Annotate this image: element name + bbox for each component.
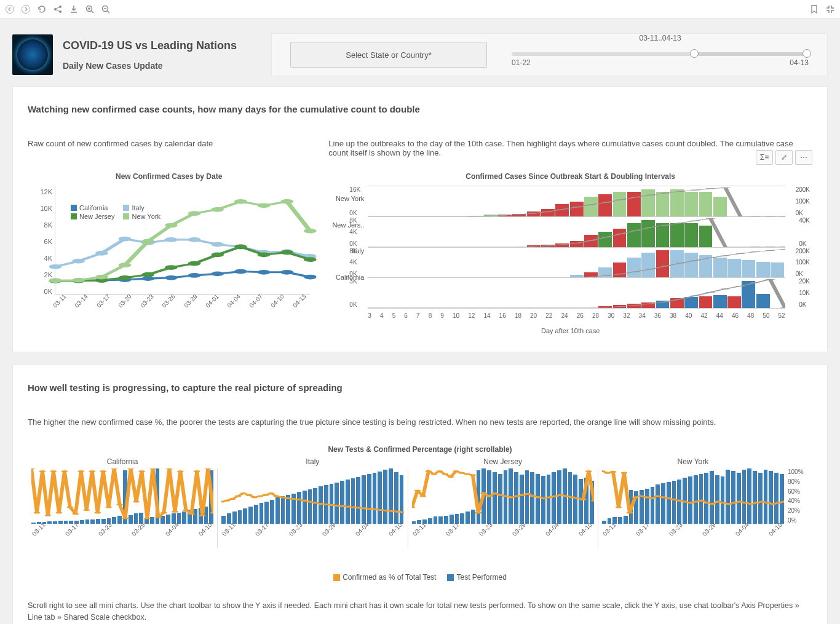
svg-point-128 [72, 513, 79, 515]
svg-point-162 [263, 494, 269, 496]
svg-point-69 [676, 191, 686, 192]
svg-point-100 [691, 260, 700, 261]
svg-point-232 [654, 495, 660, 497]
svg-point-193 [436, 470, 443, 472]
svg-point-66 [631, 197, 641, 197]
chart2-xlabel: Day after 10th case [328, 327, 812, 334]
svg-point-50 [211, 207, 224, 212]
back-icon[interactable] [5, 4, 15, 14]
svg-point-101 [706, 257, 716, 258]
svg-point-46 [119, 263, 132, 267]
svg-point-133 [100, 470, 106, 472]
svg-point-95 [616, 273, 626, 274]
svg-point-227 [626, 511, 633, 513]
svg-point-79 [572, 243, 582, 243]
svg-point-62 [572, 207, 582, 207]
date-slider[interactable]: 03-11..04-13 01-22 04-13 [512, 42, 809, 67]
svg-point-53 [280, 199, 293, 204]
chart2-toolbar: Σ≡ ⤢ ⋯ [756, 150, 812, 165]
svg-point-219 [579, 499, 586, 500]
svg-point-19 [49, 264, 62, 269]
collapse-icon[interactable] [825, 4, 835, 14]
svg-point-235 [670, 499, 677, 500]
svg-point-228 [632, 496, 638, 498]
slider-knob-start[interactable] [690, 49, 699, 58]
chart-expand-icon[interactable]: ⤢ [775, 150, 793, 165]
svg-point-38 [211, 253, 224, 258]
page-scroll[interactable]: COVID-19 US vs Leading Nations Daily New… [0, 18, 840, 624]
svg-point-110 [646, 304, 656, 304]
svg-point-191 [425, 470, 432, 472]
download-icon[interactable] [69, 4, 79, 14]
svg-point-209 [525, 493, 531, 495]
zoom-in-icon[interactable] [85, 4, 95, 14]
svg-point-94 [601, 275, 611, 275]
svg-point-52 [258, 203, 271, 208]
svg-point-124 [50, 470, 57, 472]
svg-point-188 [412, 506, 415, 508]
chart-doubling-panels[interactable]: New YorkNew Jers..ItalyCalifornia 16K0K2… [328, 186, 812, 309]
svg-point-218 [574, 497, 580, 499]
svg-point-105 [766, 250, 775, 250]
chart1-yticks: 12K10K8K6K4K2K0K [28, 186, 55, 309]
svg-point-220 [585, 470, 592, 472]
svg-point-152 [205, 468, 212, 470]
svg-point-99 [676, 263, 686, 263]
svg-point-123 [45, 515, 52, 516]
svg-point-214 [552, 495, 559, 497]
svg-point-225 [615, 506, 622, 508]
svg-point-243 [715, 500, 721, 502]
svg-point-12 [165, 275, 178, 280]
svg-point-200 [475, 511, 481, 513]
chart-test-minis[interactable]: California03-1103-1703-2303-2904-0404-10… [28, 468, 812, 548]
chart1-xticks: 03-1103-1403-1703-2003-2303-2603-2904-01… [55, 295, 310, 309]
svg-point-161 [257, 495, 264, 497]
svg-point-122 [39, 470, 46, 472]
chart-more-icon[interactable]: ⋯ [795, 150, 812, 165]
page-title: COVID-19 US vs Leading Nations [63, 39, 237, 52]
section-doubling: Watching new confirmed case counts, how … [12, 86, 828, 352]
slider-knob-end[interactable] [802, 49, 811, 58]
chart-sum-icon[interactable]: Σ≡ [756, 150, 773, 165]
zoom-out-icon[interactable] [101, 4, 111, 14]
svg-point-131 [89, 470, 95, 472]
svg-point-61 [557, 209, 566, 210]
chart2-caption: Line up the outbreaks to the day of the … [328, 139, 812, 160]
svg-point-48 [165, 223, 178, 228]
chart-new-confirmed[interactable]: California Italy New Jersey New York 12K… [28, 186, 310, 309]
select-state-button[interactable]: Select State or Country* [290, 42, 487, 68]
svg-point-224 [609, 471, 616, 473]
svg-point-148 [183, 509, 189, 511]
svg-point-121 [34, 511, 41, 513]
svg-point-113 [691, 296, 700, 296]
svg-point-158 [240, 492, 247, 494]
svg-point-126 [61, 470, 68, 472]
slider-start-label: 01-22 [512, 58, 531, 67]
svg-point-17 [280, 270, 293, 275]
svg-point-65 [616, 199, 626, 200]
svg-point-87 [691, 220, 700, 221]
svg-point-229 [637, 495, 644, 497]
svg-point-221 [590, 500, 593, 502]
section-testing: How well testing is progressing, to capt… [12, 365, 828, 624]
share-icon[interactable] [53, 4, 63, 14]
svg-point-120 [31, 468, 34, 470]
svg-point-86 [676, 223, 686, 223]
forward-icon[interactable] [21, 4, 31, 14]
svg-point-36 [165, 265, 178, 270]
svg-point-111 [661, 301, 671, 302]
svg-point-20 [72, 259, 85, 264]
svg-point-68 [661, 192, 671, 193]
bookmark-icon[interactable] [809, 4, 819, 14]
svg-point-254 [775, 502, 782, 504]
refresh-icon[interactable] [37, 4, 47, 14]
svg-point-18 [304, 275, 317, 280]
svg-point-241 [703, 502, 710, 504]
svg-point-134 [105, 506, 112, 508]
chart2-title: Confirmed Cases Since Outbreak Start & D… [328, 172, 812, 181]
svg-point-147 [177, 470, 184, 472]
svg-point-230 [643, 496, 649, 498]
svg-point-135 [111, 468, 117, 470]
svg-point-72 [721, 188, 731, 188]
svg-point-84 [646, 227, 656, 227]
